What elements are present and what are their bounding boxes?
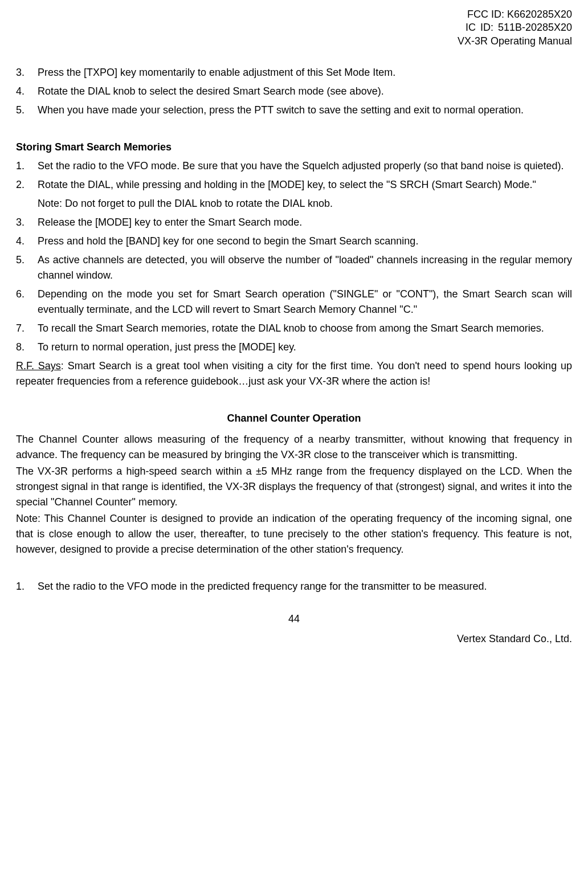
list-item: 7. To recall the Smart Search memories, … [16,321,572,336]
paragraph: The VX-3R performs a high-speed search w… [16,464,572,510]
list-item: 1. Set the radio to the VFO mode in the … [16,579,572,594]
list-num: 2. [16,177,38,193]
list-item: 4. Press and hold the [BAND] key for one… [16,234,572,249]
list-num: 4. [16,234,38,249]
list-item: 6. Depending on the mode you set for Sma… [16,287,572,317]
list-num: 7. [16,321,38,336]
heading-storing: Storing Smart Search Memories [16,140,572,155]
manual-title: VX-3R Operating Manual [16,35,572,48]
list-4: 1. Set the radio to the VFO mode in the … [16,579,572,594]
list-num: 4. [16,84,38,99]
list-text: As active channels are detected, you wil… [38,252,572,283]
paragraph: Note: This Channel Counter is designed t… [16,511,572,557]
list-text: When you have made your selection, press… [38,103,572,118]
list-num: 5. [16,103,38,118]
note: Note: Do not forget to pull the DIAL kno… [38,196,572,211]
list-text: Rotate the DIAL, while pressing and hold… [38,177,572,193]
list-text: Rotate the DIAL knob to select the desir… [38,84,572,99]
list-item: 5. As active channels are detected, you … [16,252,572,283]
list-item: 3. Press the [TXPO] key momentarily to e… [16,65,572,80]
list-2: 1. Set the radio to the VFO mode. Be sur… [16,158,572,355]
ic-id: IC ID: 511B-20285X20 [16,21,572,34]
rf-says-text: : Smart Search is a great tool when visi… [16,360,572,387]
list-item: 4. Rotate the DIAL knob to select the de… [16,84,572,99]
list-text: Set the radio to the VFO mode. Be sure t… [38,158,572,174]
rf-says-label: R.F. Says [16,360,61,371]
heading-channel-counter: Channel Counter Operation [16,411,572,426]
list-text: Press and hold the [BAND] key for one se… [38,234,572,249]
fcc-id: FCC ID: K6620285X20 [16,8,572,21]
list-text: To return to normal operation, just pres… [38,340,572,355]
page-header: FCC ID: K6620285X20 IC ID: 511B-20285X20… [16,8,572,48]
list-item: 8. To return to normal operation, just p… [16,340,572,355]
list-num: 5. [16,252,38,283]
list-text: To recall the Smart Search memories, rot… [38,321,572,336]
list-item: 3. Release the [MODE] key to enter the S… [16,215,572,230]
list-num: 8. [16,340,38,355]
list-text: Press the [TXPO] key momentarily to enab… [38,65,572,80]
list-num: 6. [16,287,38,317]
list-text: Depending on the mode you set for Smart … [38,287,572,317]
rf-says-paragraph: R.F. Says: Smart Search is a great tool … [16,358,572,389]
paragraph: The Channel Counter allows measuring of … [16,432,572,463]
list-text: Set the radio to the VFO mode in the pre… [38,579,572,594]
page-number: 44 [16,611,572,627]
list-num: 3. [16,65,38,80]
list-item: 5. When you have made your selection, pr… [16,103,572,118]
list-item: 2. Rotate the DIAL, while pressing and h… [16,177,572,193]
company-footer: Vertex Standard Co., Ltd. [16,631,572,647]
list-num: 1. [16,158,38,174]
list-num: 1. [16,579,38,594]
list-text: Release the [MODE] key to enter the Smar… [38,215,572,230]
list-item: 1. Set the radio to the VFO mode. Be sur… [16,158,572,174]
list-1: 3. Press the [TXPO] key momentarily to e… [16,65,572,118]
list-num: 3. [16,215,38,230]
